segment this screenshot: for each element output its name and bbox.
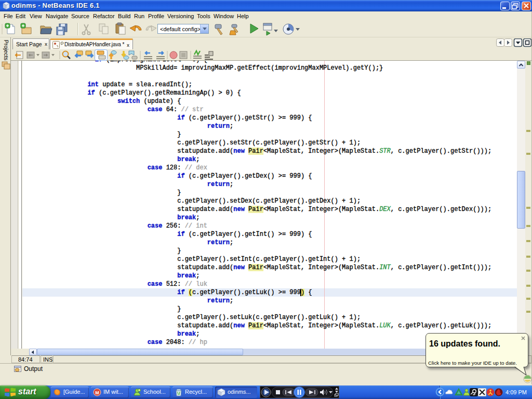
svg-text:M: M <box>95 390 99 395</box>
